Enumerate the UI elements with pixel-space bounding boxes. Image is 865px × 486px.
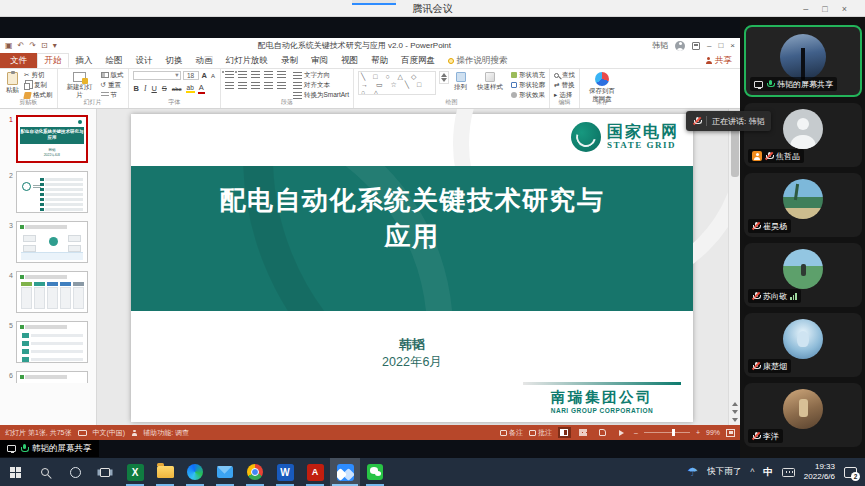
close-icon[interactable]: × (842, 4, 847, 14)
justify-icon[interactable] (264, 82, 273, 89)
ribbon-display-icon[interactable] (692, 42, 700, 50)
slide-nav-buttons[interactable] (732, 402, 738, 422)
replace-button[interactable]: ⇄替换 (554, 81, 575, 89)
participant-tile-suxiangjing[interactable]: 苏向敬 (744, 243, 862, 307)
quick-styles-button[interactable]: 快速样式 (472, 71, 508, 92)
task-view-button[interactable] (90, 458, 120, 486)
account-name[interactable]: 韩韬 (652, 40, 668, 51)
hidden-icons-chevron[interactable]: ^ (750, 467, 754, 477)
taskbar-chrome[interactable] (240, 458, 270, 486)
tab-slideshow[interactable]: 幻灯片放映 (219, 53, 275, 68)
font-color-button[interactable]: A (198, 83, 205, 94)
bullets-icon[interactable] (225, 71, 234, 78)
thumbnail-slide-2[interactable]: 2 (0, 171, 96, 213)
cut-button[interactable]: ✂剪切 (24, 71, 53, 79)
align-text-button[interactable]: 对齐文本 (293, 81, 349, 89)
taskbar-word[interactable]: W (270, 458, 300, 486)
thumbnail-slide-1[interactable]: 1 配电自动化系统关键技术研究与应用 韩韬2022年6月 (0, 115, 96, 163)
thumbnail-slide-6[interactable]: 6 (0, 371, 96, 383)
grow-font-icon[interactable]: A (201, 71, 208, 80)
maximize-icon[interactable]: □ (822, 4, 827, 14)
tab-review[interactable]: 审阅 (305, 53, 335, 68)
new-slide-button[interactable]: 新建幻灯片 (62, 71, 98, 100)
zoom-slider[interactable] (644, 432, 690, 434)
align-center-icon[interactable] (238, 82, 247, 89)
thumbnail-preview[interactable] (16, 371, 88, 383)
thumbnail-slide-3[interactable]: 3 (0, 221, 96, 263)
clock[interactable]: 19:33 2022/6/6 (804, 462, 835, 482)
align-left-icon[interactable] (225, 82, 234, 89)
slide-title[interactable]: 配电自动化系统关键技术研究与应用 (212, 182, 612, 255)
text-direction-button[interactable]: 文字方向 (293, 71, 349, 79)
next-slide-icon[interactable] (732, 410, 738, 414)
ppt-maximize-icon[interactable]: □ (718, 41, 723, 50)
tab-help[interactable]: 帮助 (365, 53, 395, 68)
shrink-font-icon[interactable]: A (210, 73, 216, 79)
thumbnail-preview[interactable]: 配电自动化系统关键技术研究与应用 韩韬2022年6月 (16, 115, 88, 163)
paste-button[interactable]: 粘贴 (4, 71, 21, 96)
taskbar-acrobat[interactable]: A (300, 458, 330, 486)
arrange-button[interactable]: 排列 (452, 71, 469, 93)
account-avatar[interactable] (675, 41, 685, 51)
slideshow-view-button[interactable] (615, 427, 628, 438)
thumbnail-preview[interactable] (16, 171, 88, 213)
font-name-box[interactable]: ▾ (133, 71, 181, 80)
tab-record[interactable]: 录制 (275, 53, 305, 68)
ppt-minimize-icon[interactable]: – (707, 41, 711, 50)
accessibility-status[interactable]: 辅助功能: 调查 (143, 428, 189, 438)
tab-home[interactable]: 开始 (37, 53, 69, 68)
tab-animations[interactable]: 动画 (189, 53, 219, 68)
reset-button[interactable]: ↺重置 (101, 81, 124, 89)
strikethrough-button[interactable]: abc (171, 86, 183, 92)
taskbar-file-explorer[interactable] (150, 458, 180, 486)
ime-indicator[interactable]: 中 (763, 466, 773, 479)
tab-insert[interactable]: 插入 (69, 53, 99, 68)
taskbar-edge[interactable] (180, 458, 210, 486)
tab-view[interactable]: 视图 (335, 53, 365, 68)
share-button[interactable]: 共享 (705, 53, 740, 68)
screen-share-pill[interactable]: 韩韬的屏幕共享 (0, 440, 99, 457)
previous-slide-icon[interactable] (732, 402, 738, 406)
shape-gallery-scroll[interactable] (439, 71, 449, 84)
participant-tile-hantao-share[interactable]: 韩韬的屏幕共享 (744, 25, 862, 97)
weather-text[interactable]: 快下雨了 (707, 466, 741, 478)
taskbar-excel[interactable]: X (120, 458, 150, 486)
language-status[interactable]: 中文(中国) (93, 428, 126, 438)
comments-button[interactable]: 批注 (529, 428, 552, 438)
slide-canvas[interactable]: 国家电网 State Grid 配电自动化系统关键技术研究与应用 韩韬 2022… (131, 114, 693, 422)
start-button[interactable] (0, 458, 30, 486)
shape-gallery[interactable]: ╲ □ ○ △ ◇ → ▭ ☆ ╲ □ ○ △ (358, 71, 436, 95)
find-button[interactable]: 查找 (554, 71, 575, 79)
slide-sorter-view-button[interactable] (577, 427, 590, 438)
highlight-color-button[interactable]: ab (186, 84, 195, 93)
copy-button[interactable]: 复制 (24, 81, 53, 89)
reading-view-button[interactable] (596, 427, 609, 438)
shape-outline-button[interactable]: 形状轮廓 (511, 81, 545, 89)
start-slideshow-icon[interactable]: ⊡ (41, 42, 48, 50)
slide-author[interactable]: 韩韬 (131, 336, 693, 354)
underline-button[interactable]: U (150, 84, 157, 93)
taskbar-wechat[interactable] (360, 458, 390, 486)
minimize-icon[interactable]: – (803, 4, 808, 14)
tab-baidu-pan[interactable]: 百度网盘 (395, 53, 442, 68)
save-icon[interactable]: ▣ (5, 42, 13, 50)
shape-fill-button[interactable]: 形状填充 (511, 71, 545, 79)
action-center-icon[interactable]: 2 (844, 467, 857, 478)
fit-slide-to-window-icon[interactable] (726, 429, 735, 437)
thumbnail-preview[interactable] (16, 271, 88, 313)
redo-icon[interactable]: ↷ (29, 42, 36, 50)
tab-design[interactable]: 设计 (129, 53, 159, 68)
increase-indent-icon[interactable] (264, 71, 273, 78)
participant-tile-liyang[interactable]: 李洋 (744, 383, 862, 447)
taskbar-mail[interactable] (210, 458, 240, 486)
line-spacing-icon[interactable] (277, 71, 286, 78)
touch-keyboard-icon[interactable] (782, 468, 795, 477)
zoom-slider-thumb[interactable] (672, 429, 675, 437)
cortana-button[interactable] (60, 458, 90, 486)
layout-button[interactable]: 版式 (101, 71, 124, 79)
thumbnail-slide-5[interactable]: 5 (0, 321, 96, 363)
columns-icon[interactable] (277, 82, 286, 89)
editor-scrollbar[interactable] (728, 109, 740, 425)
slide-date[interactable]: 2022年6月 (131, 354, 693, 371)
italic-button[interactable]: I (143, 84, 148, 93)
